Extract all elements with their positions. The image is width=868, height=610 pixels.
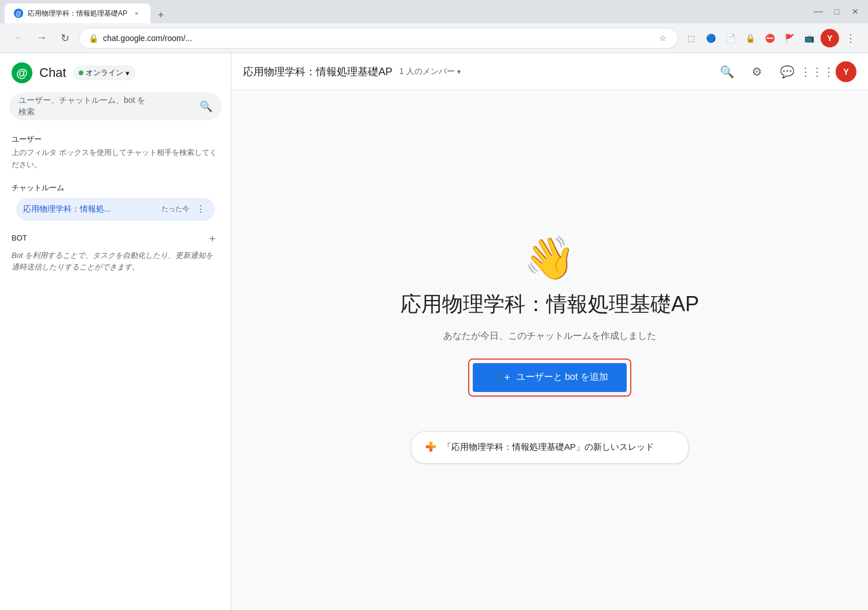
- close-window-button[interactable]: ✕: [852, 8, 859, 15]
- wave-emoji: 👋: [524, 237, 576, 279]
- main-content: 応用物理学科：情報処理基礎AP 1 人のメンバー ▾ 🔍 ⚙ 💬 ⋮⋮⋮ Y 👋…: [231, 53, 868, 610]
- tab-title: 応用物理学科：情報処理基礎AP: [28, 9, 127, 19]
- members-count-label: 1 人のメンバー: [399, 66, 455, 77]
- forward-button[interactable]: →: [32, 29, 51, 47]
- new-thread-bar: ✚ 「応用物理学科：情報処理基礎AP」の新しいスレッド: [411, 431, 689, 464]
- add-users-icon: 👤+: [491, 371, 510, 384]
- tab-bar: @ 応用物理学科：情報処理基礎AP × +: [5, 0, 815, 23]
- bot-section-text: Bot を利用することで、タスクを自動化したり、更新通知を適時送信したりすること…: [12, 250, 219, 274]
- lock-icon: 🔒: [89, 34, 98, 43]
- tab-close-button[interactable]: ×: [132, 9, 141, 18]
- online-status-badge[interactable]: オンライン ▾: [73, 65, 135, 80]
- members-chevron-icon: ▾: [457, 68, 461, 76]
- settings-icon-button[interactable]: ⚙: [745, 60, 768, 83]
- address-actions: ☆: [657, 32, 668, 44]
- ext-icon-pdf[interactable]: 📄: [722, 30, 738, 46]
- chat-logo: @: [12, 62, 32, 83]
- chatrooms-section: チャットルーム 応用物理学科：情報処... たった今 ⋮: [0, 176, 231, 224]
- users-section: ユーザー 上のフィルタ ボックスを使用してチャット相手を検索してください。: [0, 125, 231, 176]
- room-name-display: 応用物理学科：情報処理基礎AP: [400, 290, 699, 319]
- main-header: 応用物理学科：情報処理基礎AP 1 人のメンバー ▾ 🔍 ⚙ 💬 ⋮⋮⋮ Y: [231, 53, 868, 90]
- open-new-icon[interactable]: ⬚: [683, 30, 699, 46]
- new-thread-button[interactable]: ✚ 「応用物理学科：情報処理基礎AP」の新しいスレッド: [411, 431, 689, 464]
- users-section-label: ユーザー: [12, 134, 219, 145]
- online-indicator: [79, 71, 83, 75]
- user-avatar-button[interactable]: Y: [836, 61, 856, 82]
- cast-icon[interactable]: 📺: [801, 30, 817, 46]
- users-section-text: 上のフィルタ ボックスを使用してチャット相手を検索してください。: [12, 147, 219, 171]
- add-users-button[interactable]: 👤+ ユーザーと bot を追加: [473, 363, 627, 392]
- google-plus-icon: ✚: [425, 440, 436, 455]
- online-chevron-icon: ▾: [126, 69, 130, 77]
- ext-icon-flag[interactable]: 🚩: [781, 30, 797, 46]
- sidebar: @ Chat オンライン ▾ ユーザー、チャットルーム、bot を検索 🔍 ユー…: [0, 53, 231, 610]
- chatroom-time: たった今: [161, 204, 189, 214]
- refresh-button[interactable]: ↻: [56, 29, 74, 47]
- online-status-label: オンライン: [86, 68, 123, 78]
- new-thread-label: 「応用物理学科：情報処理基礎AP」の新しいスレッド: [443, 442, 654, 453]
- sidebar-header: @ Chat オンライン ▾: [0, 53, 231, 88]
- ext-icon-red[interactable]: ⛔: [762, 30, 778, 46]
- browser-navbar: ← → ↻ 🔒 chat.google.com/room/... ☆ ⬚ 🔵 📄…: [0, 23, 868, 53]
- back-button[interactable]: ←: [9, 29, 28, 47]
- bot-section-label: BOT: [12, 234, 27, 242]
- apps-icon-button[interactable]: ⋮⋮⋮: [806, 60, 829, 83]
- chatrooms-label: チャットルーム: [12, 183, 64, 193]
- ext-icon-lock2[interactable]: 🔒: [742, 30, 758, 46]
- window-controls: — □ ✕: [815, 8, 863, 15]
- search-box[interactable]: ユーザー、チャットルーム、bot を検索 🔍: [9, 93, 222, 120]
- browser-titlebar: @ 応用物理学科：情報処理基礎AP × + — □ ✕: [0, 0, 868, 23]
- bot-section: BOT ＋ Bot を利用することで、タスクを自動化したり、更新通知を適時送信し…: [0, 224, 231, 281]
- chatroom-more-icon[interactable]: ⋮: [194, 202, 208, 216]
- room-subtitle: あなたが今日、このチャットルームを作成しました: [443, 330, 656, 342]
- chatroom-name: 応用物理学科：情報処...: [23, 204, 161, 215]
- new-tab-button[interactable]: +: [153, 7, 169, 23]
- main-body: 👋 応用物理学科：情報処理基礎AP あなたが今日、このチャットルームを作成しまし…: [231, 90, 868, 610]
- search-icon: 🔍: [200, 100, 212, 113]
- bot-add-icon[interactable]: ＋: [205, 231, 219, 245]
- search-icon-button[interactable]: 🔍: [715, 60, 738, 83]
- app-container: @ Chat オンライン ▾ ユーザー、チャットルーム、bot を検索 🔍 ユー…: [0, 53, 868, 610]
- chat-app-title: Chat: [39, 65, 66, 80]
- room-title: 応用物理学科：情報処理基礎AP: [243, 65, 392, 79]
- extension-icons: ⬚ 🔵 📄 🔒 ⛔ 🚩 📺 Y ⋮: [683, 29, 859, 47]
- tab-favicon: @: [14, 9, 23, 18]
- maximize-button[interactable]: □: [833, 8, 840, 15]
- room-members[interactable]: 1 人のメンバー ▾: [399, 66, 461, 77]
- browser-frame: @ 応用物理学科：情報処理基礎AP × + — □ ✕ ← → ↻ 🔒 chat…: [0, 0, 868, 610]
- bot-section-header: BOT ＋: [12, 231, 219, 245]
- bookmark-icon[interactable]: ☆: [657, 32, 668, 44]
- chatrooms-section-header: チャットルーム: [12, 183, 219, 195]
- minimize-button[interactable]: —: [815, 8, 822, 15]
- menu-icon[interactable]: ⋮: [843, 30, 859, 46]
- address-text: chat.google.com/room/...: [103, 34, 652, 43]
- browser-profile-avatar[interactable]: Y: [821, 29, 839, 47]
- add-users-label: ユーザーと bot を追加: [516, 371, 608, 383]
- add-users-button-wrapper: 👤+ ユーザーと bot を追加: [468, 358, 631, 397]
- search-placeholder-text: ユーザー、チャットルーム、bot を検索: [19, 95, 195, 117]
- address-bar[interactable]: 🔒 chat.google.com/room/... ☆: [79, 28, 678, 49]
- chat-icon-button[interactable]: 💬: [775, 60, 799, 83]
- active-tab[interactable]: @ 応用物理学科：情報処理基礎AP ×: [5, 3, 150, 23]
- ext-icon-1[interactable]: 🔵: [703, 30, 719, 46]
- chatroom-item[interactable]: 応用物理学科：情報処... たった今 ⋮: [16, 198, 215, 221]
- chat-logo-text: @: [16, 66, 28, 80]
